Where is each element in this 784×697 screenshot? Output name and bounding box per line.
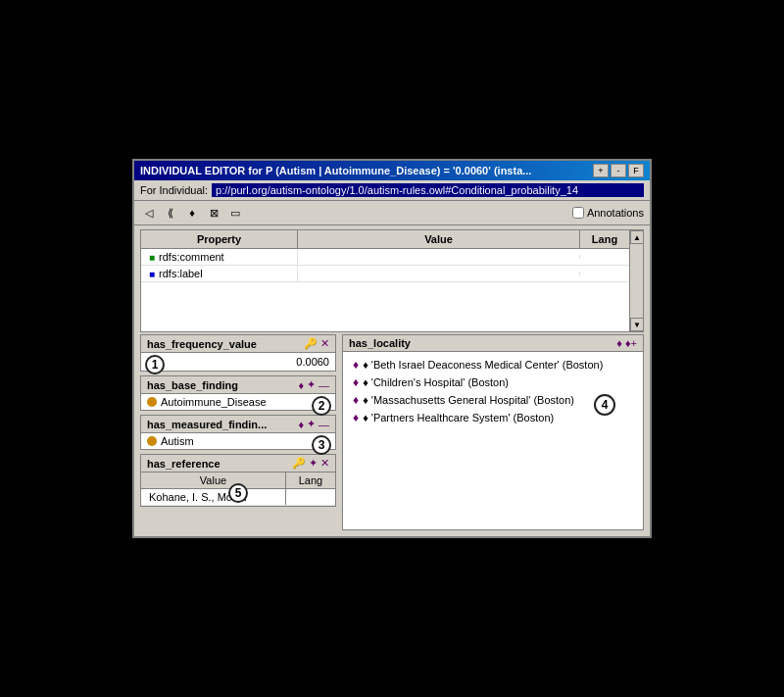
table-main: Property Value Lang ■ rdfs:comment ■ rdf <box>141 230 629 331</box>
title-bar-buttons: + - F <box>593 164 644 177</box>
measured-finding-header: has_measured_findin... ♦ ✦ — <box>141 416 335 433</box>
list-item: ♦ ♦ 'Partners Healthcare System' (Boston… <box>349 409 637 426</box>
diamond-icon-item2: ♦ <box>353 375 359 389</box>
diamond-icon-base[interactable]: ♦ <box>298 379 304 391</box>
badge-2: 2 <box>312 396 331 416</box>
main-window: INDIVIDUAL EDITOR for P (Autism | Autoim… <box>132 159 652 538</box>
rdfs-comment-text: rdfs:comment <box>159 251 224 263</box>
locality-icons: ♦ ♦+ <box>616 337 637 349</box>
measured-finding-item: 3 Autism <box>141 433 335 449</box>
minus-button[interactable]: - <box>611 164 626 177</box>
diamond-icon-item4: ♦ <box>353 411 359 424</box>
plus-button[interactable]: + <box>593 164 609 177</box>
badge-5: 5 <box>228 483 248 503</box>
reference-title: has_reference <box>147 458 220 470</box>
toolbar: ◁ ⟪ ♦ ⊠ ▭ Annotations <box>134 201 650 225</box>
minus-icon-measured[interactable]: — <box>318 419 329 430</box>
add-icon-locality[interactable]: ♦+ <box>625 337 637 349</box>
frequency-title: has_frequency_value <box>147 338 257 350</box>
ref-cell-lang <box>286 489 335 505</box>
toolbar-icon-3[interactable]: ♦ <box>183 204 201 222</box>
has-base-finding-section: has_base_finding ♦ ✦ — 2 Autoimmune_Dise… <box>140 375 336 411</box>
scroll-down-arrow[interactable]: ▼ <box>630 318 644 331</box>
toolbar-icon-4[interactable]: ⊠ <box>205 204 222 222</box>
badge-1: 1 <box>145 355 165 374</box>
list-item: ♦ ♦ 'Children's Hospital' (Boston) <box>349 373 637 391</box>
close-icon-ref[interactable]: ✕ <box>320 457 329 470</box>
header-lang: Lang <box>580 230 629 248</box>
base-finding-icons: ♦ ✦ — <box>298 378 329 391</box>
list-item: ♦ ♦ 'Beth Israel Deaconess Medical Cente… <box>349 356 637 373</box>
ref-row: 5 Kohane, I. S., McMu <box>141 489 335 506</box>
locality-title: has_locality <box>349 337 411 349</box>
add-icon-base[interactable]: ✦ <box>307 378 316 391</box>
table-scrollbar[interactable]: ▲ ▼ <box>629 230 643 331</box>
lang-cell-rdfs-label[interactable] <box>580 272 629 275</box>
empty-rows <box>141 282 629 331</box>
badge-3: 3 <box>312 435 331 455</box>
ref-header-value: Value <box>141 473 286 488</box>
lang-cell-rdfs-comment[interactable] <box>580 255 629 259</box>
locality-item-1: ♦ 'Beth Israel Deaconess Medical Center'… <box>363 359 603 371</box>
prop-cell-rdfs-comment: ■ rdfs:comment <box>141 249 298 265</box>
autism-label: Autism <box>161 435 194 447</box>
locality-items: ♦ ♦ 'Beth Israel Deaconess Medical Cente… <box>343 352 643 430</box>
has-locality-section: has_locality ♦ ♦+ ♦ ♦ 'Beth Israel Deaco… <box>342 334 644 530</box>
frequency-icons: 🔑 ✕ <box>304 337 329 350</box>
base-finding-header: has_base_finding ♦ ✦ — <box>141 376 335 394</box>
toolbar-icon-2[interactable]: ⟪ <box>162 204 179 222</box>
measured-finding-icons: ♦ ✦ — <box>298 418 329 430</box>
close-icon-freq[interactable]: ✕ <box>320 337 329 350</box>
dot-autism <box>147 436 157 446</box>
annotations-checkbox[interactable] <box>572 207 584 219</box>
scroll-up-arrow[interactable]: ▲ <box>630 230 644 244</box>
header-property: Property <box>141 230 298 248</box>
val-cell-rdfs-comment[interactable] <box>298 255 580 259</box>
base-finding-item: 2 Autoimmune_Disease <box>141 394 335 410</box>
annotations-area: Annotations <box>572 207 644 219</box>
frequency-header: has_frequency_value 🔑 ✕ <box>141 335 335 353</box>
table-body: ■ rdfs:comment ■ rdfs:label <box>141 249 629 331</box>
reference-icons: 🔑 ✦ ✕ <box>292 457 329 470</box>
val-cell-rdfs-label[interactable] <box>298 272 580 275</box>
header-value: Value <box>298 230 580 248</box>
locality-item-3: ♦ 'Massachusetts General Hospital' (Bost… <box>363 394 574 406</box>
toolbar-icon-1[interactable]: ◁ <box>140 204 158 222</box>
table-row: ■ rdfs:label <box>141 266 629 282</box>
key-icon-freq[interactable]: 🔑 <box>304 337 318 350</box>
reference-header: has_reference 🔑 ✦ ✕ <box>141 455 335 473</box>
diamond-icon-measured[interactable]: ♦ <box>298 419 304 430</box>
key-icon-ref[interactable]: 🔑 <box>292 457 306 470</box>
annotations-label: Annotations <box>587 207 644 219</box>
add-icon-ref[interactable]: ✦ <box>309 457 318 470</box>
diamond-icon-item3: ♦ <box>353 393 359 407</box>
ref-header-lang: Lang <box>286 473 335 488</box>
green-square-icon: ■ <box>149 252 155 263</box>
diamond-icon-locality[interactable]: ♦ <box>616 337 622 349</box>
for-individual-bar: For Individual: p://purl.org/autism-onto… <box>134 180 650 201</box>
autoimmune-label: Autoimmune_Disease <box>161 396 267 408</box>
locality-item-4: ♦ 'Partners Healthcare System' (Boston) <box>363 412 554 423</box>
has-measured-finding-section: has_measured_findin... ♦ ✦ — 3 Autism <box>140 415 336 450</box>
minus-icon-base[interactable]: — <box>318 379 329 391</box>
add-icon-measured[interactable]: ✦ <box>307 418 316 430</box>
dot-autoimmune <box>147 397 157 407</box>
float-button[interactable]: F <box>628 164 644 177</box>
has-reference-section: has_reference 🔑 ✦ ✕ Value Lang 5 Kohane,… <box>140 454 336 507</box>
for-individual-label: For Individual: <box>140 184 208 196</box>
locality-item-2: ♦ 'Children's Hospital' (Boston) <box>363 376 509 388</box>
table-header: Property Value Lang <box>141 230 629 249</box>
title-bar: INDIVIDUAL EDITOR for P (Autism | Autoim… <box>134 161 650 180</box>
ref-cell-value: Kohane, I. S., McMu <box>141 489 286 505</box>
table-row: ■ rdfs:comment <box>141 249 629 266</box>
property-value-table: Property Value Lang ■ rdfs:comment ■ rdf <box>140 229 644 332</box>
measured-finding-title: has_measured_findin... <box>147 419 267 430</box>
prop-cell-rdfs-label: ■ rdfs:label <box>141 266 298 281</box>
badge-4: 4 <box>594 394 615 416</box>
diamond-icon-item1: ♦ <box>353 358 359 372</box>
blue-square-icon: ■ <box>149 269 155 279</box>
toolbar-icon-5[interactable]: ▭ <box>226 204 244 222</box>
bottom-panels: has_frequency_value 🔑 ✕ 1 0.0060 has_bas… <box>140 334 644 530</box>
left-panel: has_frequency_value 🔑 ✕ 1 0.0060 has_bas… <box>140 334 336 530</box>
rdfs-label-text: rdfs:label <box>159 268 203 279</box>
